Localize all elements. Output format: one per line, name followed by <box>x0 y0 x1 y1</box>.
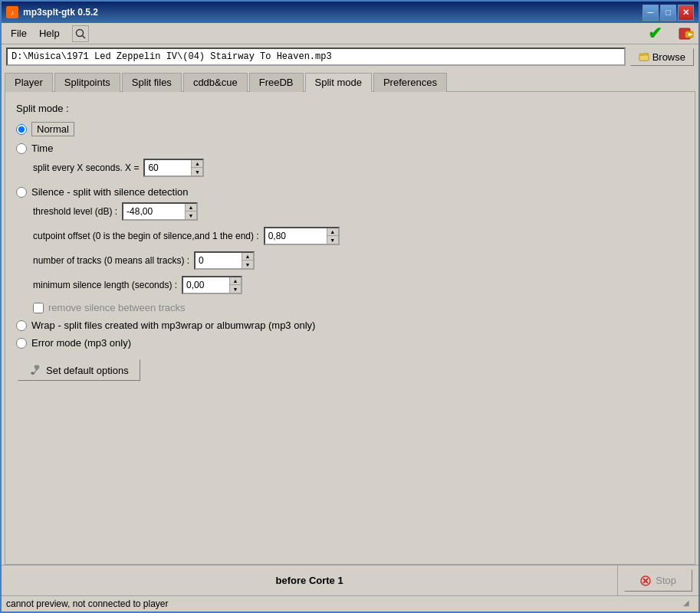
tab-split-files[interactable]: Split files <box>122 73 182 92</box>
zoom-button[interactable] <box>72 25 89 42</box>
title-bar-left: ♪ mp3splt-gtk 0.5.2 <box>6 6 98 18</box>
split-mode-options: Normal Time split every X seconds. X = ▲… <box>16 122 684 349</box>
time-increment-button[interactable]: ▲ <box>192 160 202 168</box>
time-decrement-button[interactable]: ▼ <box>192 168 202 175</box>
zoom-icon <box>74 28 87 40</box>
tab-cddb-cue[interactable]: cddb&cue <box>183 73 248 92</box>
browse-button[interactable]: Browse <box>630 48 694 66</box>
threshold-increment-button[interactable]: ▲ <box>186 204 196 211</box>
folder-icon <box>639 51 649 62</box>
normal-label: Normal <box>31 122 74 136</box>
tracks-spinbox-buttons: ▲ ▼ <box>242 253 253 268</box>
tab-splitpoints[interactable]: Splitpoints <box>54 73 120 92</box>
tracks-decrement-button[interactable]: ▼ <box>242 261 253 268</box>
silence-radio[interactable] <box>16 187 27 198</box>
min-silence-spinbox-buttons: ▲ ▼ <box>229 277 241 293</box>
svg-line-1 <box>82 35 85 38</box>
min-silence-row: minimum silence length (seconds) : ▲ ▼ <box>33 276 684 294</box>
time-label: Time <box>31 143 53 154</box>
exit-icon <box>678 25 695 42</box>
help-menu[interactable]: Help <box>33 25 66 41</box>
threshold-input[interactable] <box>123 204 185 219</box>
tracks-row: number of tracks (0 means all tracks) : … <box>33 251 684 270</box>
svg-point-0 <box>76 29 83 36</box>
file-menu[interactable]: File <box>5 25 33 41</box>
time-sub-row: split every X seconds. X = ▲ ▼ <box>33 159 684 177</box>
silence-radio-row: Silence - split with silence detection <box>16 186 684 198</box>
bottom-status-bar: cannot preview, not connected to player … <box>2 595 698 611</box>
tabs-container: Player Splitpoints Split files cddb&cue … <box>2 69 698 91</box>
remove-silence-row: remove silence between tracks <box>33 302 684 313</box>
resize-grip: ◢ <box>683 598 694 609</box>
minimize-button[interactable]: ─ <box>642 5 659 21</box>
cutpoint-label: cutpoint offset (0 is the begin of silen… <box>33 231 259 241</box>
cutpoint-spinbox-buttons: ▲ ▼ <box>327 228 338 244</box>
silence-options: threshold level (dB) : ▲ ▼ cutpoint offs… <box>33 204 684 313</box>
tracks-label: number of tracks (0 means all tracks) : <box>33 255 189 266</box>
error-radio-row: Error mode (mp3 only) <box>16 337 684 349</box>
time-spinbox-buttons: ▲ ▼ <box>191 160 202 175</box>
close-button[interactable]: ✕ <box>678 5 694 21</box>
threshold-label: threshold level (dB) : <box>33 206 117 217</box>
threshold-spinbox-buttons: ▲ ▼ <box>185 204 196 219</box>
threshold-row: threshold level (dB) : ▲ ▼ <box>33 202 684 221</box>
cutpoint-increment-button[interactable]: ▲ <box>327 228 338 236</box>
before-corte-status: before Corte 1 <box>2 565 618 595</box>
title-bar: ♪ mp3splt-gtk 0.5.2 ─ □ ✕ <box>2 2 698 23</box>
window-controls: ─ □ ✕ <box>642 5 694 21</box>
section-title: Split mode : <box>16 103 684 114</box>
wrap-radio[interactable] <box>16 320 27 331</box>
split-mode-panel: Split mode : Normal Time split every X s… <box>5 91 695 565</box>
min-silence-decrement-button[interactable]: ▼ <box>230 285 241 293</box>
remove-silence-checkbox[interactable] <box>33 303 44 313</box>
menu-bar: File Help ✔ <box>2 23 698 44</box>
tab-split-mode[interactable]: Split mode <box>305 73 372 92</box>
bottom-status-text: cannot preview, not connected to player <box>6 598 168 609</box>
app-window: ♪ mp3splt-gtk 0.5.2 ─ □ ✕ File Help ✔ <box>0 0 700 613</box>
wrap-label: Wrap - split files created with mp3wrap … <box>31 320 315 331</box>
svg-rect-6 <box>639 55 649 61</box>
error-radio[interactable] <box>16 338 27 349</box>
window-title: mp3splt-gtk 0.5.2 <box>23 7 98 18</box>
min-silence-increment-button[interactable]: ▲ <box>230 277 241 285</box>
status-bar: before Corte 1 Stop <box>2 565 698 595</box>
normal-radio[interactable] <box>16 124 27 135</box>
threshold-spinbox: ▲ ▼ <box>122 202 198 221</box>
app-icon: ♪ <box>6 6 18 18</box>
wrap-radio-row: Wrap - split files created with mp3wrap … <box>16 320 684 331</box>
min-silence-label: minimum silence length (seconds) : <box>33 280 177 290</box>
error-label: Error mode (mp3 only) <box>31 337 131 349</box>
stop-button[interactable]: Stop <box>624 569 692 592</box>
tab-player[interactable]: Player <box>5 73 53 92</box>
time-radio-row: Time <box>16 143 684 154</box>
exit-button[interactable] <box>677 25 695 43</box>
tracks-input[interactable] <box>196 253 242 268</box>
status-checkmark: ✔ <box>648 24 662 44</box>
min-silence-input[interactable] <box>183 277 229 293</box>
cutpoint-spinbox: ▲ ▼ <box>264 227 340 245</box>
tab-freedb[interactable]: FreeDB <box>249 73 304 92</box>
tracks-spinbox: ▲ ▼ <box>194 251 255 270</box>
min-silence-spinbox: ▲ ▼ <box>182 276 242 294</box>
time-sub-label: split every X seconds. X = <box>33 162 139 173</box>
stop-icon <box>640 575 651 586</box>
threshold-decrement-button[interactable]: ▼ <box>186 211 196 219</box>
maximize-button[interactable]: □ <box>660 5 676 21</box>
file-bar: Browse <box>2 44 698 69</box>
time-radio[interactable] <box>16 143 27 154</box>
cutpoint-decrement-button[interactable]: ▼ <box>327 236 338 244</box>
cutpoint-input[interactable] <box>265 228 327 244</box>
silence-label: Silence - split with silence detection <box>31 186 189 198</box>
normal-radio-row: Normal <box>16 122 684 136</box>
set-default-button[interactable]: Set default options <box>18 359 140 381</box>
file-path-input[interactable] <box>6 48 626 66</box>
time-spinbox: ▲ ▼ <box>143 159 204 177</box>
tab-preferences[interactable]: Preferences <box>373 73 447 92</box>
tracks-increment-button[interactable]: ▲ <box>242 253 253 261</box>
remove-silence-label: remove silence between tracks <box>48 302 185 313</box>
wrench-icon <box>29 364 41 376</box>
cutpoint-row: cutpoint offset (0 is the begin of silen… <box>33 227 684 245</box>
time-value-input[interactable] <box>145 160 191 175</box>
